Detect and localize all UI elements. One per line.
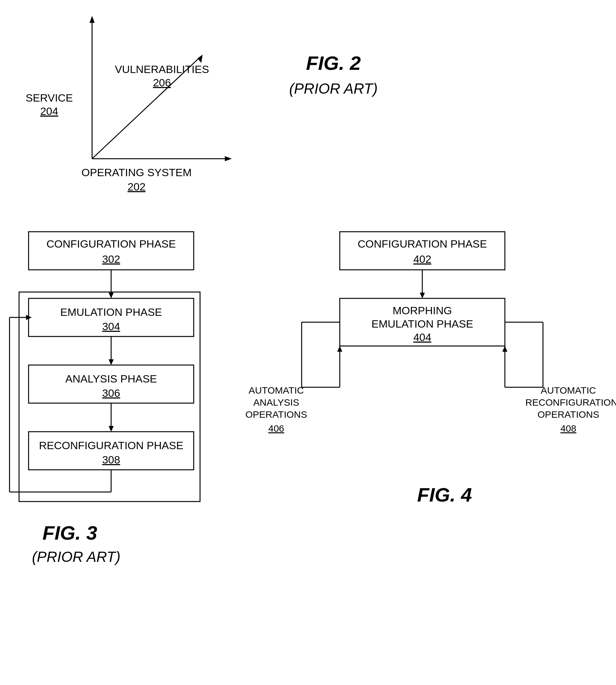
svg-marker-1 bbox=[90, 16, 95, 23]
auto-reconfig-label-1: AUTOMATIC bbox=[541, 385, 596, 395]
fig2-subtitle: (PRIOR ART) bbox=[289, 80, 378, 97]
config-phase-402-label: CONFIGURATION PHASE bbox=[357, 238, 487, 250]
os-label: OPERATING SYSTEM bbox=[82, 166, 192, 178]
auto-reconfig-label-3: OPERATIONS bbox=[537, 409, 599, 420]
svg-marker-11 bbox=[109, 426, 114, 432]
service-label: SERVICE bbox=[26, 92, 73, 104]
auto-reconfig-number: 408 bbox=[560, 423, 576, 434]
os-number: 202 bbox=[128, 181, 146, 193]
config-phase-402-number: 402 bbox=[413, 253, 432, 265]
fig2-title: FIG. 2 bbox=[306, 52, 361, 74]
reconfig-phase-308-label: RECONFIGURATION PHASE bbox=[39, 439, 183, 451]
fig3-title: FIG. 3 bbox=[43, 522, 97, 544]
emulation-phase-304-label: EMULATION PHASE bbox=[60, 306, 162, 318]
vuln-number: 206 bbox=[153, 76, 171, 89]
reconfig-phase-308-number: 308 bbox=[102, 454, 120, 466]
auto-analysis-number: 406 bbox=[268, 423, 284, 434]
vuln-label: VULNERABILITIES bbox=[115, 63, 209, 75]
svg-marker-7 bbox=[109, 293, 114, 298]
fig4-title: FIG. 4 bbox=[417, 484, 472, 506]
svg-marker-9 bbox=[109, 359, 114, 365]
auto-analysis-label-2: ANALYSIS bbox=[254, 397, 300, 408]
analysis-phase-306-number: 306 bbox=[102, 387, 120, 399]
auto-reconfig-label-2: RECONFIGURATION bbox=[525, 397, 616, 408]
service-number: 204 bbox=[40, 105, 59, 117]
fig3-subtitle: (PRIOR ART) bbox=[32, 549, 120, 565]
svg-marker-19 bbox=[420, 293, 425, 298]
auto-analysis-label-1: AUTOMATIC bbox=[249, 385, 304, 395]
svg-marker-5 bbox=[198, 54, 203, 63]
morphing-emulation-number: 404 bbox=[413, 331, 432, 343]
analysis-phase-306-label: ANALYSIS PHASE bbox=[65, 373, 157, 385]
svg-marker-26 bbox=[337, 346, 342, 352]
config-phase-302-label: CONFIGURATION PHASE bbox=[46, 238, 176, 250]
config-phase-302-number: 302 bbox=[102, 253, 120, 265]
auto-analysis-label-3: OPERATIONS bbox=[245, 409, 307, 420]
svg-marker-3 bbox=[225, 156, 232, 161]
morphing-emulation-label-1: MORPHING bbox=[393, 304, 452, 317]
emulation-phase-304-number: 304 bbox=[102, 320, 120, 332]
morphing-emulation-label-2: EMULATION PHASE bbox=[372, 318, 474, 330]
svg-marker-29 bbox=[502, 346, 507, 352]
page-diagram: SERVICE 204 OPERATING SYSTEM 202 VULNERA… bbox=[0, 0, 616, 685]
